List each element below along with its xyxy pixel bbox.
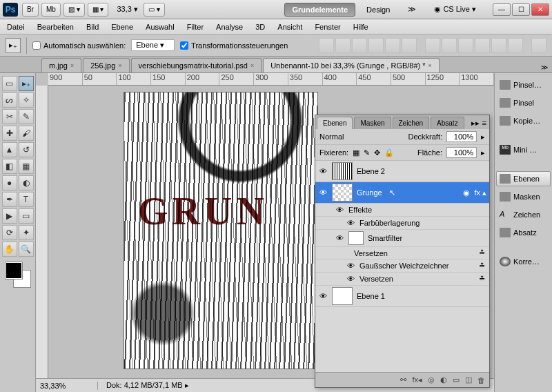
adjustment-layer-icon[interactable]: ◐ [440,375,447,384]
panel-pinsel-preset[interactable]: Pinsel… [496,77,551,92]
eyedropper-tool[interactable]: ✎ [19,109,34,124]
visibility-icon[interactable]: 👁 [318,166,328,176]
panel-tab-masken[interactable]: Masken [354,117,391,129]
visibility-icon[interactable]: 👁 [335,233,344,243]
close-icon[interactable]: × [70,62,74,69]
zoom-field[interactable]: 33,33% [36,382,98,390]
blend-mode-dropdown[interactable]: Normal [319,133,404,141]
visibility-icon[interactable]: 👁 [318,188,328,197]
cslive-button[interactable]: ◉ CS Live ▾ [427,3,483,16]
menu-bild[interactable]: Bild [86,23,99,31]
panel-pinsel[interactable]: Pinsel [496,95,551,110]
panel-mini[interactable]: MbMini … [496,142,551,157]
layer-thumbnail[interactable] [332,184,353,202]
visibility-icon[interactable]: 👁 [318,291,328,301]
filter-mask-thumbnail[interactable] [348,231,364,245]
close-button[interactable]: ✕ [531,3,549,16]
menu-ebene[interactable]: Ebene [111,23,133,31]
delete-layer-icon[interactable]: 🗑 [477,376,485,384]
zoom-dropdown[interactable]: 33,3 ▾ [111,5,143,14]
filter-options-icon[interactable]: ≛ [479,275,489,284]
auto-select-check[interactable]: Automatisch auswählen: [32,41,126,50]
close-icon[interactable]: × [250,62,254,69]
distribute-btn-6[interactable] [508,38,523,53]
fill-field[interactable]: 100% [446,147,477,158]
chevron-icon[interactable]: ▸ [481,148,485,157]
menu-fenster[interactable]: Fenster [315,23,340,31]
align-btn-5[interactable] [385,38,400,53]
tab-overflow[interactable]: ≫ [537,62,552,72]
chevron-icon[interactable]: ▸ [481,133,485,141]
history-brush-tool[interactable]: ↺ [19,142,34,157]
zoom-tool[interactable]: 🔍 [19,242,34,257]
pen-tool[interactable]: ✒ [2,192,17,207]
panel-absatz[interactable]: Absatz [496,225,551,240]
screen-mode-button[interactable]: ▧ ▾ [63,3,85,17]
distribute-btn-2[interactable] [442,38,457,53]
lock-pixels-icon[interactable]: ▦ [353,148,359,157]
layer-effects-header[interactable]: 👁 Effekte [315,204,489,217]
dodge-tool[interactable]: ◐ [19,175,34,190]
menu-hilfe[interactable]: Hilfe [353,23,368,31]
view-extras-button[interactable]: ▦ ▾ [88,3,109,17]
lock-brush-icon[interactable]: ✎ [364,148,370,157]
move-tool[interactable]: ▸₊ [19,76,34,91]
menu-3d[interactable]: 3D [255,23,265,31]
layer-row[interactable]: 👁 Ebene 2 [315,161,489,182]
menu-bearbeiten[interactable]: Bearbeiten [37,23,74,31]
menu-filter[interactable]: Filter [187,23,204,31]
align-btn-6[interactable] [402,38,417,53]
stamp-tool[interactable]: ▲ [2,142,17,157]
visibility-icon[interactable]: 👁 [346,261,355,271]
layer-thumbnail[interactable] [332,162,353,180]
doc-tab-2[interactable]: verschiebungsmatrix-tutorial.psd× [131,58,262,72]
magic-wand-tool[interactable]: ✧ [19,92,34,108]
type-tool[interactable]: T [19,192,34,207]
layer-style-icon[interactable]: fx◂ [412,375,422,384]
shape-tool[interactable]: ▭ [19,208,34,224]
visibility-icon[interactable]: 👁 [346,218,355,228]
link-layers-icon[interactable]: ⚯ [400,375,406,384]
smart-filters-header[interactable]: 👁 Smartfilter [315,230,489,247]
visibility-icon[interactable]: 👁 [335,205,344,215]
doc-tab-0[interactable]: m.jpg× [41,58,81,72]
close-icon[interactable]: × [118,62,121,69]
smart-filter-item[interactable]: 👁 Gaußscher Weichzeichner≛ [315,259,489,273]
layer-row[interactable]: 👁 Ebene 1 [315,286,489,307]
lock-all-icon[interactable]: 🔒 [384,148,394,157]
align-btn-2[interactable] [335,38,351,53]
color-swatches[interactable] [6,262,30,287]
distribute-btn-4[interactable] [475,38,490,53]
document[interactable]: GRUN [124,92,317,369]
smart-filter-item[interactable]: Versetzen≛ [315,247,489,259]
tool-indicator[interactable]: ▸₊ [6,38,21,53]
menu-ansicht[interactable]: Ansicht [277,23,302,31]
menu-analyse[interactable]: Analyse [216,23,243,31]
maximize-button[interactable]: ☐ [512,3,530,16]
bridge-button[interactable]: Br [22,3,39,17]
menu-auswahl[interactable]: Auswahl [146,23,175,31]
panel-menu-icon[interactable]: ≡ [482,119,486,128]
auto-select-dropdown[interactable]: Ebene ▾ [131,39,175,51]
layer-row-selected[interactable]: 👁 Grunge ↖ ◉ fx ▴ [315,182,489,204]
layer-effect-item[interactable]: 👁 Farbüberlagerung [315,217,489,230]
align-btn-1[interactable] [319,38,334,53]
gradient-tool[interactable]: ▦ [19,159,34,174]
panel-zeichen[interactable]: AZeichen [496,207,551,222]
filter-options-icon[interactable]: ≛ [479,248,489,257]
layer-name[interactable]: Grunge [357,188,382,197]
workspace-secondary[interactable]: Design [359,3,397,16]
hand-tool[interactable]: ✋ [2,242,17,257]
panel-kopie[interactable]: Kopie… [496,113,551,128]
visibility-icon[interactable]: 👁 [346,274,355,284]
doc-tab-1[interactable]: 256.jpg× [83,58,129,72]
menu-datei[interactable]: Datei [7,23,25,31]
group-icon[interactable]: ▭ [453,375,460,384]
doc-tab-3[interactable]: Unbenannt-10 bei 33,3% (Grunge , RGB/8#)… [263,58,440,72]
filter-options-icon[interactable]: ≛ [479,262,489,271]
opacity-field[interactable]: 100% [446,131,477,142]
workspace-more[interactable]: ≫ [401,3,423,16]
arrange-button[interactable]: ▭ ▾ [144,3,165,17]
new-layer-icon[interactable]: ◫ [465,375,472,384]
crop-tool[interactable]: ✂ [2,109,17,124]
